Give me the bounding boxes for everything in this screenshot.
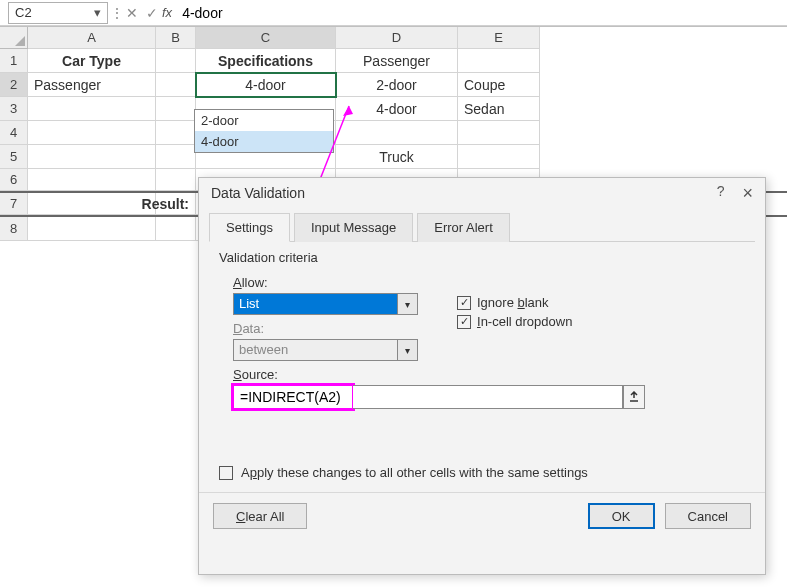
ok-button[interactable]: OK bbox=[588, 503, 655, 529]
cell-d2[interactable]: 2-door bbox=[336, 73, 458, 97]
range-selector-icon[interactable] bbox=[623, 385, 645, 409]
data-combo: between ▾ bbox=[233, 339, 433, 361]
tab-settings[interactable]: Settings bbox=[209, 213, 290, 242]
cell-a3[interactable] bbox=[28, 97, 156, 121]
ignore-blank-checkbox[interactable]: ✓ Ignore blank bbox=[457, 295, 572, 310]
data-value: between bbox=[233, 339, 398, 361]
incell-dropdown-checkbox[interactable]: ✓ In-cell dropdown bbox=[457, 314, 572, 329]
cancel-formula-icon[interactable]: ✕ bbox=[122, 3, 142, 23]
cell-b1[interactable] bbox=[156, 49, 196, 73]
cell-e4[interactable] bbox=[458, 121, 540, 145]
clear-all-button[interactable]: Clear All bbox=[213, 503, 307, 529]
cell-b4[interactable] bbox=[156, 121, 196, 145]
source-input[interactable] bbox=[233, 385, 353, 409]
cell-b2[interactable] bbox=[156, 73, 196, 97]
separator-icon: ⋮ bbox=[111, 6, 119, 20]
select-all-corner[interactable] bbox=[0, 27, 28, 49]
cancel-button[interactable]: Cancel bbox=[665, 503, 751, 529]
cell-a5[interactable] bbox=[28, 145, 156, 169]
cell-b8[interactable] bbox=[156, 217, 196, 241]
tab-error-alert[interactable]: Error Alert bbox=[417, 213, 510, 242]
name-box[interactable]: C2 ▾ bbox=[8, 2, 108, 24]
apply-all-label: Apply these changes to all other cells w… bbox=[241, 465, 588, 480]
cell-a4[interactable] bbox=[28, 121, 156, 145]
cell-a6[interactable] bbox=[28, 169, 156, 191]
dropdown-item-0[interactable]: 2-door bbox=[195, 110, 333, 131]
row-header-2[interactable]: 2 bbox=[0, 73, 28, 97]
data-validation-dialog: Data Validation ? × Settings Input Messa… bbox=[198, 177, 766, 575]
cell-b7[interactable]: Result: bbox=[156, 193, 196, 215]
apply-all-checkbox[interactable] bbox=[219, 466, 233, 480]
validation-dropdown[interactable]: 2-door 4-door bbox=[194, 109, 334, 153]
chevron-down-icon[interactable]: ▾ bbox=[398, 293, 418, 315]
row-header-3[interactable]: 3 bbox=[0, 97, 28, 121]
cell-e3[interactable]: Sedan bbox=[458, 97, 540, 121]
row-header-8[interactable]: 8 bbox=[0, 217, 28, 241]
cell-c1[interactable]: Specifications bbox=[196, 49, 336, 73]
row-header-1[interactable]: 1 bbox=[0, 49, 28, 73]
source-input-rest[interactable] bbox=[353, 385, 623, 409]
name-box-value: C2 bbox=[15, 5, 32, 20]
cell-d1[interactable]: Passenger bbox=[336, 49, 458, 73]
cell-d5[interactable]: Truck bbox=[336, 145, 458, 169]
cell-a8[interactable] bbox=[28, 217, 156, 241]
cell-a7[interactable] bbox=[28, 193, 156, 215]
cell-a2[interactable]: Passenger bbox=[28, 73, 156, 97]
row-header-4[interactable]: 4 bbox=[0, 121, 28, 145]
allow-combo[interactable]: List ▾ bbox=[233, 293, 433, 315]
cell-d3[interactable]: 4-door bbox=[336, 97, 458, 121]
row-header-5[interactable]: 5 bbox=[0, 145, 28, 169]
accept-formula-icon[interactable]: ✓ bbox=[142, 3, 162, 23]
chevron-down-icon: ▾ bbox=[398, 339, 418, 361]
allow-value: List bbox=[233, 293, 398, 315]
col-header-b[interactable]: B bbox=[156, 27, 196, 49]
tab-input-message[interactable]: Input Message bbox=[294, 213, 413, 242]
cell-e1[interactable] bbox=[458, 49, 540, 73]
col-header-d[interactable]: D bbox=[336, 27, 458, 49]
dropdown-item-1[interactable]: 4-door bbox=[195, 131, 333, 152]
validation-criteria-label: Validation criteria bbox=[219, 250, 745, 265]
dialog-close-button[interactable]: × bbox=[742, 183, 753, 204]
allow-label: Allow: bbox=[233, 275, 433, 290]
dialog-title: Data Validation bbox=[211, 185, 305, 201]
fx-icon[interactable]: fx bbox=[162, 5, 172, 20]
row-header-7[interactable]: 7 bbox=[0, 193, 28, 215]
row-header-6[interactable]: 6 bbox=[0, 169, 28, 191]
cell-a1[interactable]: Car Type bbox=[28, 49, 156, 73]
col-header-a[interactable]: A bbox=[28, 27, 156, 49]
ignore-blank-label: Ignore blank bbox=[477, 295, 549, 310]
col-header-e[interactable]: E bbox=[458, 27, 540, 49]
checkmark-icon: ✓ bbox=[457, 315, 471, 329]
cell-e5[interactable] bbox=[458, 145, 540, 169]
source-label: Source: bbox=[233, 367, 745, 382]
incell-label: In-cell dropdown bbox=[477, 314, 572, 329]
cell-b5[interactable] bbox=[156, 145, 196, 169]
cell-b6[interactable] bbox=[156, 169, 196, 191]
chevron-down-icon: ▾ bbox=[94, 5, 101, 20]
cell-d4[interactable] bbox=[336, 121, 458, 145]
formula-bar-input[interactable] bbox=[178, 3, 787, 23]
cell-e2[interactable]: Coupe bbox=[458, 73, 540, 97]
col-header-c[interactable]: C bbox=[196, 27, 336, 49]
cell-b3[interactable] bbox=[156, 97, 196, 121]
dialog-help-button[interactable]: ? bbox=[717, 183, 725, 204]
cell-c2-value: 4-door bbox=[245, 77, 285, 93]
checkmark-icon: ✓ bbox=[457, 296, 471, 310]
cell-c2[interactable]: 4-door ▼ bbox=[196, 73, 336, 97]
data-label: Data: bbox=[233, 321, 433, 336]
